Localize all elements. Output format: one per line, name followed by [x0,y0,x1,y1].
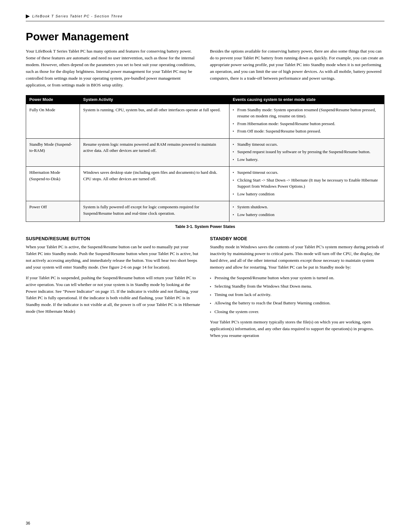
standby-mode-heading: STANDBY MODE [210,236,385,241]
table-cell-activity: Resume system logic remains powered and … [80,138,229,167]
list-item: From Standby mode: System operation resu… [233,107,381,119]
suspend-resume-para1: When your Tablet PC is active, the Suspe… [26,244,200,271]
table-cell-events: System shutdown.Low battery condition [229,201,384,222]
list-item: Closing the system cover. [210,309,385,315]
list-item: Selecting Standby from the Windows Shut … [210,283,385,290]
table-cell-activity: System is fully powered off except for l… [80,201,229,222]
list-item: From Hibernation mode: Suspend/Resume bu… [233,121,381,127]
intro-right: Besides the options available for conser… [210,48,385,89]
suspend-resume-section: SUSPEND/RESUME BUTTON When your Tablet P… [26,235,200,343]
table-header-activity: System Activity [80,95,229,104]
list-item: Low battery condition [233,212,381,218]
standby-mode-section: STANDBY MODE Standby mode in Windows sav… [210,235,385,343]
list-item: Low battery condition [233,191,381,197]
table-cell-mode: Hibernation Mode (Suspend-to-Disk) [26,167,80,201]
table-caption: Table 3-1. System Power States [26,224,384,229]
bottom-sections: SUSPEND/RESUME BUTTON When your Tablet P… [26,235,384,343]
standby-mode-para1: Standby mode in Windows saves the conten… [210,244,385,271]
arrow-marker: ▶ [26,13,30,19]
list-item: Standby timeout occurs. [233,141,381,148]
table-header-mode: Power Mode [26,95,80,104]
intro-section: Your LifeBook T Series Tablet PC has man… [26,48,384,89]
list-item: Suspend request issued by software or by… [233,149,381,155]
table-cell-mode: Standby Mode (Suspend-to-RAM) [26,138,80,167]
table-row: Hibernation Mode (Suspend-to-Disk)Window… [26,167,384,201]
table-row: Standby Mode (Suspend-to-RAM)Resume syst… [26,138,384,167]
table-row: Power OffSystem is fully powered off exc… [26,201,384,222]
list-item: Timing out from lack of activity. [210,291,385,298]
table-row: Fully On ModeSystem is running. CPU, sys… [26,104,384,138]
table-cell-activity: System is running. CPU, system bus, and … [80,104,229,138]
header-text: LifeBook T Series Tablet PC - Section Th… [32,14,123,18]
table-cell-mode: Power Off [26,201,80,222]
table-cell-events: Standby timeout occurs.Suspend request i… [229,138,384,167]
list-item: Low battery. [233,156,381,163]
suspend-resume-para2: If your Tablet PC is suspended, pushing … [26,275,200,315]
list-item: Pressing the Suspend/Resume button when … [210,275,385,281]
table-cell-events: From Standby mode: System operation resu… [229,104,384,138]
list-item: Clicking Start -> Shut Down -> Hibernate… [233,177,381,190]
list-item: From Off mode: Suspend/Resume button pre… [233,128,381,134]
table-cell-activity: Windows saves desktop state (including o… [80,167,229,201]
list-item: Suspend timeout occurs. [233,169,381,176]
list-item: Allowing the battery to reach the Dead B… [210,300,385,306]
standby-mode-para2: Your Tablet PC's system memory typically… [210,319,385,339]
table-cell-events: Suspend timeout occurs.Clicking Start ->… [229,167,384,201]
table-header-events: Events causing system to enter mode stat… [229,95,384,104]
suspend-resume-heading: SUSPEND/RESUME BUTTON [26,236,200,241]
page-title: Power Management [26,30,384,43]
intro-left: Your LifeBook T Series Tablet PC has man… [26,48,200,89]
page-header: ▶ LifeBook T Series Tablet PC - Section … [26,13,384,21]
list-item: System shutdown. [233,204,381,210]
standby-bullet-list: Pressing the Suspend/Resume button when … [210,275,385,315]
power-states-table: Power Mode System Activity Events causin… [26,95,384,222]
page-number: 36 [26,521,30,526]
table-cell-mode: Fully On Mode [26,104,80,138]
